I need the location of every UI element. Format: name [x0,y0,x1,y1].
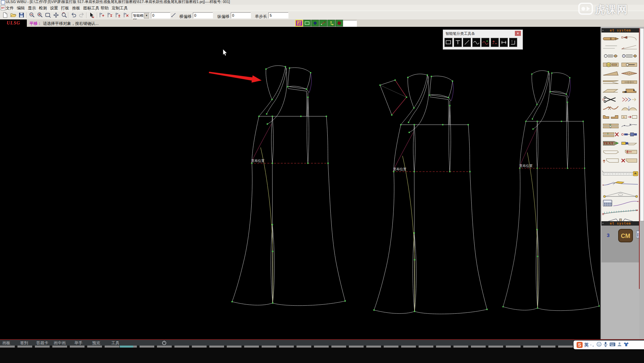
da-plate-button[interactable]: 打 [295,20,303,26]
tool-piece-arrow-left[interactable] [621,148,638,155]
menu-item-7[interactable]: 图标工具 [83,5,99,11]
ime-punctuation-toggle[interactable]: ·， [590,343,595,348]
zoom-rect-icon[interactable] [45,12,52,19]
new-icon[interactable] [2,12,9,19]
tool-gauge[interactable] [602,53,620,59]
bottom-tab-2[interactable]: 答题卡 [36,340,48,346]
point-add-icon[interactable] [99,12,105,19]
unit-cm-button[interactable]: CM [618,229,633,242]
close-icon[interactable]: x [515,31,521,36]
tool-gauge-wide[interactable] [621,53,638,59]
point-mark-icon[interactable] [107,12,113,19]
tool-corner-flap[interactable] [602,87,620,94]
chevron-down-icon[interactable]: ▼ [144,13,149,18]
redo-icon[interactable] [78,12,85,19]
menu-item-2[interactable]: 显示 [28,5,36,11]
menu-item-5[interactable]: 打板 [61,5,69,11]
bottom-tab-3[interactable]: 画中画 [54,340,66,346]
menu-item-4[interactable]: 设置 [50,5,58,11]
green-slash-button[interactable] [319,20,327,26]
point-del-icon[interactable] [123,12,129,19]
line-tool-icon[interactable] [463,38,471,47]
field-input-1[interactable] [231,12,251,18]
green-rect-button[interactable] [303,20,311,26]
tool-triangle-ruler[interactable] [602,190,639,198]
bottom-tab-1[interactable]: 签到 [20,340,28,346]
zoom-in-icon[interactable] [37,12,44,19]
green-move-button[interactable] [327,20,335,26]
tool-sewing-machine[interactable] [621,87,638,94]
menu-item-8[interactable]: 帮助 [101,5,109,11]
tool-curve-hills[interactable] [621,105,638,112]
line-tool-icon[interactable] [170,12,177,19]
tool-button[interactable] [602,61,620,68]
menu-item-0[interactable]: 文件 [6,5,14,11]
drafting-canvas[interactable]: 里布位置里布位置里布位置 智能笔分类工具条 x [0,27,600,339]
tool-dart[interactable] [602,70,620,77]
et-menu-icon[interactable]: ET [1,5,5,10]
tool-seam-join[interactable] [621,79,638,85]
bottom-tab-5[interactable]: 预览 [92,340,100,346]
rect-tool-icon[interactable] [444,38,452,47]
tool-piece-outline[interactable] [602,148,620,155]
zoom-out-icon[interactable] [29,12,36,19]
ime-keyboard-icon[interactable] [609,342,615,348]
smart-pen-toolbar[interactable]: 智能笔分类工具条 x [443,29,523,50]
corner-tool-icon[interactable] [509,38,517,47]
sidebar-scrollbar[interactable] [640,28,644,221]
tool-thread-knot[interactable] [602,105,620,112]
tool-scissors[interactable] [602,96,620,103]
ime-skin-icon[interactable] [624,342,629,348]
save-icon[interactable] [18,12,25,19]
point-plus-icon[interactable] [115,12,121,19]
menu-item-3[interactable]: 检测 [39,5,47,11]
ime-mic-icon[interactable] [603,342,608,348]
tool-tape-arc[interactable] [602,208,639,216]
tool-notch[interactable] [602,122,620,129]
menu-item-1[interactable]: 编辑 [17,5,25,11]
pan-icon[interactable] [53,12,60,19]
menu-item-6[interactable]: 推板 [72,5,80,11]
tool-piece-arrow[interactable] [621,114,638,120]
ime-language-toggle[interactable]: 英 [584,342,589,348]
tool-angle-line[interactable] [621,44,638,51]
tool-return-arrow[interactable] [621,35,638,42]
tool-calculator-curve[interactable] [602,199,639,207]
mode-dropdown[interactable]: 智能模式F5▼ [132,12,150,18]
undo-icon[interactable] [70,12,77,19]
h-align-tool-icon[interactable] [500,38,508,47]
tool-piece-arrow-up[interactable] [602,157,620,164]
mode-value-input[interactable] [151,12,170,18]
tool-step-pieces[interactable] [602,114,620,120]
field-input-2[interactable] [268,12,288,18]
tool-plug-connect[interactable] [621,131,638,138]
green-dot-button[interactable] [311,20,319,26]
curve-tool-icon[interactable] [472,38,480,47]
tool-double-line[interactable] [602,44,620,51]
tool-stripe-arrow[interactable] [621,96,638,103]
tool-buttonhole[interactable] [621,61,638,68]
bottom-tab-6[interactable]: 工具 [111,340,119,346]
ime-logo[interactable]: S [577,342,583,348]
curve-edit-tool-icon[interactable] [481,38,489,47]
tool-pen-curve[interactable] [602,179,639,187]
zoom-rotate-icon[interactable] [61,12,68,19]
tool-taper-seam[interactable] [602,79,620,85]
tool-notch-delete[interactable] [602,131,620,138]
tool-piece-delete[interactable] [621,157,638,164]
tool-brush-piece[interactable] [621,140,638,146]
green-red-button[interactable] [335,20,343,26]
ime-user-icon[interactable] [617,342,622,348]
plus-minus-tool-icon[interactable] [491,38,499,47]
tool-pencil[interactable] [602,35,620,42]
ime-emoji-icon[interactable] [596,342,602,348]
field-input-0[interactable] [193,12,213,18]
menu-item-9[interactable]: 定制工具 [112,5,128,11]
tool-text-stamp[interactable]: TEXT [602,140,620,146]
text-tool-icon[interactable] [454,38,462,47]
bottom-tab-0[interactable]: 画板 [2,340,10,346]
bottom-tab-4[interactable]: 举手 [74,340,83,346]
tool-dart-diamond[interactable] [621,70,638,77]
tool-ruler[interactable]: R [602,169,639,177]
select-icon[interactable] [89,12,95,19]
